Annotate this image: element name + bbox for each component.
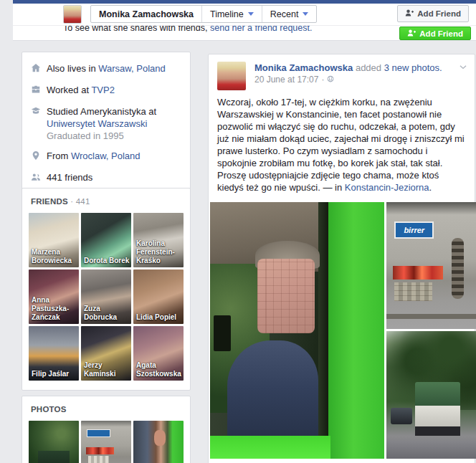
about-row-friend-count: 441 friends [31, 171, 181, 185]
post-location-prefix: — in [323, 182, 342, 193]
driver-torso [227, 340, 318, 435]
friend-tile[interactable]: Filip Jaślar [29, 326, 79, 381]
about-row-work: Worked at TVP2 [31, 84, 181, 97]
truck-bumper [386, 314, 476, 319]
street-road [386, 441, 476, 459]
friend-request-link[interactable]: send her a friend request. [210, 25, 312, 33]
about-link-university[interactable]: Uniwersytet Warszawski [47, 118, 147, 129]
pixelated-face [257, 259, 315, 333]
truck-taillights [393, 266, 443, 280]
home-icon [31, 62, 47, 76]
blurred-license-plate [88, 456, 109, 463]
about-link-hometown[interactable]: Wroclaw, Poland [71, 151, 141, 161]
avatar[interactable] [63, 5, 82, 24]
profile-name-tab[interactable]: Monika Zamachowska [91, 6, 202, 22]
post-action-text: added [356, 62, 381, 73]
post-timestamp[interactable]: 20 June at 17:07 [254, 74, 318, 86]
photos-grid [29, 421, 184, 463]
profile-tab-bar: Monika Zamachowska Timeline Recent [90, 5, 317, 23]
photo-thumbnail-truck-rear[interactable] [81, 421, 131, 463]
friend-name: Filip Jaślar [32, 370, 77, 378]
friends-count: · 441 [70, 197, 90, 206]
truck-undercarriage [415, 426, 460, 436]
post-photo-driver[interactable] [210, 202, 384, 459]
truck-box [415, 406, 460, 426]
friend-name: Marzena Borowiecka [32, 248, 77, 265]
caret-down-icon [303, 12, 308, 16]
rear-view-mirror [214, 315, 231, 351]
about-text: From [47, 151, 68, 161]
tab-recent-label: Recent [270, 9, 299, 19]
caret-down-icon [248, 12, 254, 16]
about-link-employer[interactable]: TVP2 [91, 85, 115, 95]
friend-tile[interactable]: Karolina Ferenstein-Kraśko [133, 213, 184, 267]
friend-tile[interactable]: Marzena Borowiecka [29, 213, 79, 267]
post-photos-link[interactable]: 3 new photos. [384, 62, 442, 73]
add-friend-icon [405, 9, 414, 19]
friends-icon [31, 171, 47, 185]
post-location-suffix: . [429, 182, 432, 193]
about-link-city[interactable]: Warsaw, Poland [98, 63, 165, 74]
friend-tile[interactable]: Anna Pastuszka-Zańczak [29, 269, 79, 324]
friend-name: Lidia Popiel [136, 313, 182, 322]
friend-tile[interactable]: Agata Szostkowska [133, 326, 184, 381]
friend-name: Agata Szostkowska [136, 361, 182, 378]
photo-thumbnail-trees[interactable] [29, 421, 79, 463]
about-text: Worked at [47, 85, 89, 95]
photos-title[interactable]: PHOTOS [31, 405, 184, 414]
tab-timeline-label: Timeline [210, 9, 244, 19]
location-pin-icon [31, 150, 47, 163]
friends-grid: Marzena Borowiecka Dorota Borek Karolina… [29, 213, 184, 381]
friends-card: FRIENDS · 441 Marzena Borowiecka Dorota … [22, 188, 191, 391]
truck-brand-text: birrer [404, 226, 424, 234]
friend-name: Dorota Borek [84, 257, 130, 265]
street-truck [415, 382, 460, 436]
add-friend-icon [407, 29, 416, 39]
photos-card: PHOTOS [22, 396, 191, 463]
friend-request-text: To see what she shares with friends, [63, 25, 208, 33]
friend-tile[interactable]: Lidia Popiel [133, 269, 184, 324]
add-friend-label: Add Friend [417, 9, 461, 18]
post-photo-collage: birrer [210, 202, 473, 459]
about-graduated-text: Graduated in 1995 [47, 130, 181, 142]
add-friend-button-green[interactable]: Add Friend [399, 27, 471, 40]
photo-thumbnail-driver[interactable] [133, 421, 184, 463]
globe-icon [327, 74, 334, 86]
about-row-education: Studied Amerykanistyka at Uniwersytet Wa… [31, 105, 181, 142]
profile-header-band: Monika Zamachowska Timeline Recent Add F… [13, 4, 476, 41]
tab-timeline[interactable]: Timeline [202, 6, 262, 22]
about-text: Studied Amerykanistyka at [47, 106, 156, 117]
tab-recent[interactable]: Recent [262, 6, 317, 22]
post-photo-street[interactable] [386, 331, 476, 459]
chevron-down-icon[interactable] [459, 63, 467, 74]
post-body-text: Wczoraj, około 17-tej, w ciężkim korku, … [217, 97, 465, 193]
post-card: Monika Zamachowska added 3 new photos. 2… [208, 54, 475, 463]
friend-name: Zuza Dobrucka [84, 305, 130, 322]
post-header: Monika Zamachowska added 3 new photos. 2… [209, 54, 475, 92]
friend-tile[interactable]: Jerzy Kaminski [81, 326, 131, 381]
green-truck-hood [210, 436, 330, 459]
friend-request-bar: To see what she shares with friends, sen… [13, 25, 476, 40]
about-friend-count: 441 friends [47, 172, 92, 183]
graduation-cap-icon [31, 105, 47, 142]
post-author-avatar[interactable] [217, 62, 246, 90]
friends-title[interactable]: FRIENDS [31, 197, 68, 206]
post-location-link[interactable]: Konstancin-Jeziorna [345, 182, 429, 193]
street-cars [391, 408, 412, 424]
post-body: Wczoraj, około 17-tej, w ciężkim korku, … [209, 92, 475, 201]
about-row-lives: Also lives in Warsaw, Poland [31, 62, 181, 76]
truck-brand-sticker: birrer [394, 221, 434, 239]
truck-brand-sticker [87, 429, 110, 438]
green-truck-door [328, 202, 384, 459]
truck-taillights [86, 447, 114, 454]
post-author-link[interactable]: Monika Zamachowska [254, 62, 353, 73]
post-photo-truck-rear[interactable]: birrer [386, 202, 476, 329]
profile-name: Monika Zamachowska [99, 9, 194, 19]
about-text: Also lives in [47, 63, 96, 74]
friend-tile[interactable]: Dorota Borek [81, 213, 131, 267]
friend-tile[interactable]: Zuza Dobrucka [81, 269, 131, 324]
door-frame [318, 202, 329, 459]
blurred-license-plate [394, 282, 432, 302]
friend-name: Anna Pastuszka-Zańczak [32, 296, 77, 322]
add-friend-button[interactable]: Add Friend [397, 5, 469, 22]
